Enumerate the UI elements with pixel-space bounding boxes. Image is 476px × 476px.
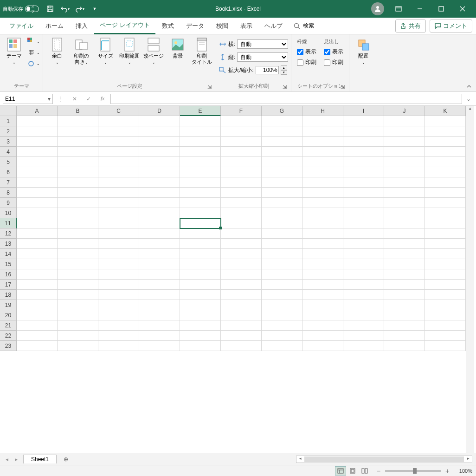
cell[interactable] [221, 228, 262, 239]
cell[interactable] [180, 208, 221, 218]
cell[interactable] [384, 259, 425, 269]
sheet-tab-active[interactable]: Sheet1 [23, 455, 57, 463]
cell[interactable] [343, 137, 384, 147]
cell[interactable] [139, 116, 180, 126]
scale-input[interactable] [256, 66, 279, 74]
cell[interactable] [425, 259, 466, 269]
tab-insert[interactable]: 挿入 [70, 18, 93, 34]
cell[interactable] [17, 198, 58, 208]
cell[interactable] [58, 239, 98, 249]
maximize-button[interactable] [431, 0, 452, 18]
row-header[interactable]: 2 [0, 126, 17, 137]
cell[interactable] [384, 167, 425, 177]
row-header[interactable]: 11 [0, 218, 17, 228]
cell[interactable] [343, 208, 384, 218]
cell[interactable] [139, 269, 180, 280]
cell[interactable] [262, 280, 302, 290]
cell[interactable] [343, 259, 384, 269]
tab-review[interactable]: 校閲 [211, 18, 234, 34]
column-header[interactable]: G [262, 106, 302, 116]
page-setup-dialog-launcher[interactable]: ⇲ [206, 84, 212, 90]
cell[interactable] [302, 280, 343, 290]
cell[interactable] [262, 290, 302, 300]
cell[interactable] [262, 249, 302, 259]
cell[interactable] [425, 137, 466, 147]
cell[interactable] [425, 280, 466, 290]
cell[interactable] [302, 259, 343, 269]
cell[interactable] [98, 147, 139, 157]
row-header[interactable]: 19 [0, 300, 17, 310]
cell[interactable] [343, 320, 384, 331]
cell[interactable] [221, 167, 262, 177]
theme-colors-button[interactable]: ⌄ [27, 36, 40, 46]
cell[interactable] [343, 167, 384, 177]
row-header[interactable]: 16 [0, 269, 17, 280]
cell[interactable] [58, 310, 98, 320]
cell[interactable] [17, 167, 58, 177]
cell[interactable] [58, 157, 98, 167]
cell[interactable] [384, 331, 425, 341]
cell[interactable] [221, 198, 262, 208]
cell[interactable] [425, 320, 466, 331]
cancel-formula-button[interactable]: ✕ [69, 94, 81, 104]
cell[interactable] [139, 320, 180, 331]
cell[interactable] [262, 177, 302, 188]
cell[interactable] [98, 331, 139, 341]
column-header[interactable]: B [58, 106, 98, 116]
comment-button[interactable]: コメント [430, 20, 472, 33]
row-header[interactable]: 6 [0, 167, 17, 177]
cell[interactable] [262, 147, 302, 157]
cell[interactable] [221, 126, 262, 137]
cell[interactable] [262, 198, 302, 208]
cell[interactable] [139, 228, 180, 239]
cell[interactable] [58, 167, 98, 177]
cell[interactable] [17, 218, 58, 228]
cell[interactable] [221, 320, 262, 331]
cell[interactable] [139, 290, 180, 300]
cell[interactable] [384, 310, 425, 320]
cell[interactable] [262, 188, 302, 198]
cell[interactable] [180, 157, 221, 167]
cell[interactable] [221, 331, 262, 341]
cell[interactable] [343, 198, 384, 208]
cell[interactable] [384, 290, 425, 300]
cell[interactable] [180, 310, 221, 320]
cell[interactable] [343, 116, 384, 126]
cell[interactable] [302, 147, 343, 157]
cell[interactable] [384, 300, 425, 310]
cell[interactable] [98, 300, 139, 310]
cell[interactable] [180, 198, 221, 208]
hscroll-left[interactable]: ◂ [296, 456, 304, 463]
cell[interactable] [343, 157, 384, 167]
cell[interactable] [98, 239, 139, 249]
scale-up[interactable]: ▴ [281, 65, 287, 70]
cell[interactable] [17, 116, 58, 126]
cell[interactable] [58, 116, 98, 126]
cell[interactable] [262, 208, 302, 218]
cell[interactable] [139, 157, 180, 167]
cell[interactable] [17, 126, 58, 137]
tab-data[interactable]: データ [180, 18, 210, 34]
cell[interactable] [180, 188, 221, 198]
cell[interactable] [262, 331, 302, 341]
scroll-up-button[interactable]: ▴ [466, 106, 474, 114]
arrange-button[interactable]: 配置⌄ [352, 36, 374, 66]
cell[interactable] [343, 126, 384, 137]
cell[interactable] [302, 341, 343, 351]
cell[interactable] [425, 341, 466, 351]
redo-button[interactable]: ▾ [73, 2, 86, 15]
cell[interactable] [384, 218, 425, 228]
enter-formula-button[interactable]: ✓ [83, 94, 95, 104]
cell[interactable] [262, 310, 302, 320]
gridlines-view-checkbox[interactable]: 表示 [297, 48, 316, 56]
row-header[interactable]: 20 [0, 310, 17, 320]
cell[interactable] [221, 218, 262, 228]
cell[interactable] [58, 198, 98, 208]
new-sheet-button[interactable]: ⊕ [60, 456, 71, 463]
width-select[interactable]: 自動 [237, 39, 288, 49]
cell[interactable] [58, 341, 98, 351]
formula-input[interactable] [110, 94, 462, 104]
row-header[interactable]: 5 [0, 157, 17, 167]
cell[interactable] [98, 310, 139, 320]
cell[interactable] [302, 167, 343, 177]
